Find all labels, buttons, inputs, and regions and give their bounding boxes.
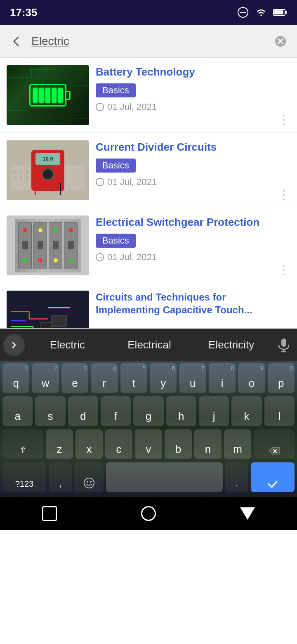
svg-point-23 [20,176,22,179]
key-e[interactable]: 3e [61,363,88,393]
key-r[interactable]: 4r [91,363,118,393]
key-o[interactable]: 9o [238,363,265,393]
status-bar: 17:35 [0,0,297,25]
result-thumb-3 [7,215,89,275]
sg-light [38,228,42,232]
triangle-icon [240,507,255,520]
emoji-key[interactable] [74,462,104,492]
result-content-4: Circuits and Techniques for Implementing… [96,291,290,329]
result-item-4[interactable]: Circuits and Techniques for Implementing… [0,283,297,329]
result-content-2: Current Divider Circuits Basics 01 Jul, … [96,140,290,190]
suggestion-expand-button[interactable] [3,334,25,356]
result-date-3: 01 Jul, 2021 [96,252,290,263]
result-date-2: 01 Jul, 2021 [96,177,290,187]
sg-light [54,228,58,232]
sg-light [23,258,27,263]
sg-light [69,228,73,232]
key-c[interactable]: c [105,429,132,459]
enter-key[interactable] [251,462,295,492]
search-input[interactable] [31,31,266,52]
result-date-1: 01 Jul, 2021 [96,102,290,112]
more-button-1[interactable]: ⋮ [278,114,290,125]
nav-back-button[interactable] [235,501,260,526]
result-thumb-4 [7,291,89,329]
key-g[interactable]: g [133,396,163,426]
sg-switch [53,241,59,249]
backspace-key[interactable] [254,429,295,459]
period-key[interactable]: . [225,462,249,492]
sg-switch [38,241,43,249]
svg-point-22 [14,176,16,179]
result-title-4[interactable]: Circuits and Techniques for Implementing… [96,291,290,316]
svg-rect-39 [281,339,286,347]
sg-switch [68,241,74,249]
result-tag-1[interactable]: Basics [96,83,136,97]
nav-square-button[interactable] [37,501,62,526]
back-button[interactable] [7,31,26,51]
key-u[interactable]: 7u [179,363,206,393]
clear-search-button[interactable] [271,31,290,51]
suggestion-word-3[interactable]: Electricity [192,335,271,355]
key-m[interactable]: m [224,429,251,459]
sg-light [23,228,27,232]
sg-light [54,258,58,263]
key-b[interactable]: b [165,429,192,459]
dnd-icon [237,6,249,19]
suggestion-word-1[interactable]: Electric [28,335,107,355]
result-thumb-2: 10.0 [7,140,89,200]
svg-point-17 [20,170,22,173]
sg-switch [22,241,28,249]
key-k[interactable]: k [231,396,262,426]
key-y[interactable]: 6y [150,363,177,393]
suggestion-word-2[interactable]: Electrical [110,335,189,355]
key-j[interactable]: j [199,396,229,426]
result-title-1[interactable]: Battery Technology [96,65,290,79]
comma-key[interactable]: , [49,462,72,492]
key-p[interactable]: 0p [268,363,295,393]
result-content-1: Battery Technology Basics 01 Jul, 2021 [96,65,290,115]
key-s[interactable]: s [35,396,65,426]
keyboard-row-2: a s d f g h j k l [0,395,297,428]
result-title-3[interactable]: Electrical Switchgear Protection [96,215,290,230]
suggestion-bar: Electric Electrical Electricity [0,329,297,362]
key-h[interactable]: h [166,396,196,426]
shift-key[interactable]: ⇧ [2,429,43,459]
nav-circle-button[interactable] [136,501,161,526]
key-w[interactable]: 2w [32,363,59,393]
more-button-3[interactable]: ⋮ [278,264,290,276]
clock-icon-2 [96,178,104,186]
svg-point-44 [84,478,94,488]
time-display: 17:35 [10,6,38,19]
svg-rect-4 [285,11,287,14]
key-f[interactable]: f [101,396,131,426]
result-tag-3[interactable]: Basics [96,234,136,248]
numbers-key[interactable]: ?123 [2,462,46,492]
key-x[interactable]: x [75,429,103,459]
circle-icon [141,506,156,521]
key-d[interactable]: d [68,396,98,426]
svg-rect-3 [274,10,283,14]
result-tag-2[interactable]: Basics [96,159,136,173]
keyboard-row-3: ⇧ z x c v b n m [0,428,297,461]
key-a[interactable]: a [2,396,33,426]
more-button-2[interactable]: ⋮ [278,189,290,201]
mic-button[interactable] [274,335,294,355]
key-i[interactable]: 8i [209,363,236,393]
result-title-2[interactable]: Current Divider Circuits [96,140,290,154]
key-v[interactable]: v [135,429,162,459]
battery-icon [273,8,287,17]
result-item-1[interactable]: Battery Technology Basics 01 Jul, 2021 ⋮ [0,58,297,133]
key-t[interactable]: 5t [120,363,147,393]
svg-rect-37 [52,315,66,326]
svg-point-24 [26,176,28,179]
result-item-2[interactable]: 10.0 Current Divider Circuits Basics 01 … [0,133,297,208]
space-key[interactable] [106,462,223,492]
key-q[interactable]: 1q [2,363,29,393]
result-item-3[interactable]: Electrical Switchgear Protection Basics … [0,208,297,283]
svg-point-46 [90,481,92,483]
key-l[interactable]: l [264,396,295,426]
key-z[interactable]: z [46,429,73,459]
svg-rect-38 [40,322,52,329]
svg-point-16 [14,170,16,173]
key-n[interactable]: n [194,429,222,459]
